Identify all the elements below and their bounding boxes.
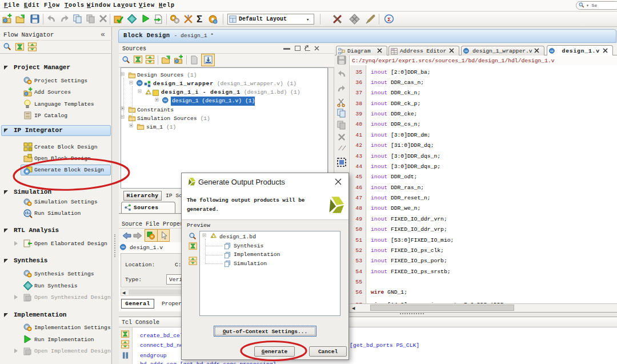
svg-text:Σ: Σ: [387, 17, 391, 23]
